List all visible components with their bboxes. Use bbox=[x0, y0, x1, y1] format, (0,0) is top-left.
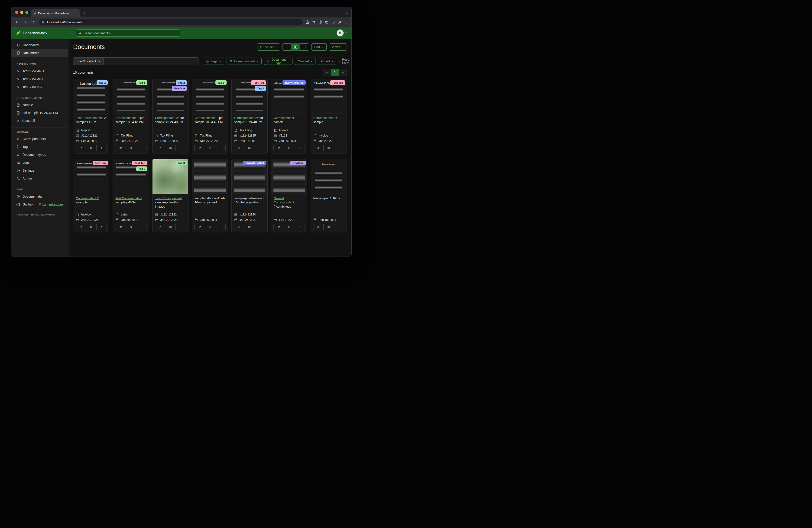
sidebar-item-test-view-any[interactable]: Test View ANY bbox=[11, 75, 68, 83]
suggest-an-idea-link[interactable]: Suggest an idea bbox=[39, 203, 63, 206]
forward-button[interactable] bbox=[21, 18, 29, 26]
tag-badge[interactable]: NewOne bbox=[290, 161, 305, 165]
added-filter-button[interactable]: Added bbox=[318, 58, 336, 65]
sidebar-item-tags[interactable]: Tags bbox=[11, 143, 68, 151]
document-type-row[interactable]: Invoice bbox=[76, 212, 106, 216]
document-thumbnail[interactable]: Adobe Acrobat PDF Files Test TagTag 2 bbox=[232, 79, 267, 114]
document-asn-row[interactable]: #112412325 bbox=[234, 133, 265, 138]
preview-button[interactable] bbox=[205, 145, 215, 151]
views-button[interactable]: Views bbox=[329, 43, 347, 51]
document-thumbnail[interactable]: A Simple PDF File Test Tag bbox=[311, 79, 347, 114]
document-type-row[interactable]: Letter bbox=[115, 212, 146, 216]
download-button[interactable] bbox=[97, 145, 107, 151]
share-icon[interactable] bbox=[305, 20, 309, 24]
previous-page-button[interactable]: « bbox=[323, 69, 331, 76]
document-thumbnail[interactable] bbox=[192, 159, 228, 194]
tag-badge[interactable]: Test Tag bbox=[93, 161, 108, 165]
document-thumbnail[interactable]: TagWithPartial bbox=[232, 159, 267, 194]
download-button[interactable] bbox=[294, 224, 305, 230]
preview-button[interactable] bbox=[323, 224, 334, 230]
sidebar-item-open-doc-sample[interactable]: sample bbox=[11, 101, 68, 109]
preview-button[interactable] bbox=[244, 145, 255, 151]
download-button[interactable] bbox=[136, 145, 146, 151]
download-button[interactable] bbox=[97, 224, 107, 230]
title-content-input[interactable] bbox=[103, 57, 199, 65]
edit-button[interactable] bbox=[76, 224, 86, 230]
select-button[interactable]: Select bbox=[257, 43, 280, 51]
preview-button[interactable] bbox=[205, 224, 215, 230]
tag-badge[interactable]: Test Tag bbox=[132, 161, 147, 165]
download-button[interactable] bbox=[176, 145, 186, 151]
extensions-icon[interactable] bbox=[325, 20, 329, 24]
document-thumbnail[interactable]: Lorem Ipsum Tag 2 bbox=[73, 79, 109, 114]
view-grid-button[interactable] bbox=[291, 43, 300, 51]
zoom-window-button[interactable] bbox=[25, 11, 28, 14]
tag-badge[interactable]: NewOne bbox=[172, 86, 187, 91]
sort-button[interactable]: Sort bbox=[311, 43, 327, 51]
document-type-row[interactable]: Report bbox=[76, 128, 106, 132]
correspondent-link[interactable]: Correspondent 2 bbox=[194, 116, 217, 119]
bookmark-star-icon[interactable] bbox=[312, 20, 316, 24]
sidebar-item-dashboard[interactable]: Dashboard bbox=[11, 41, 68, 49]
filter-field-dropdown[interactable]: Title & content bbox=[73, 57, 103, 65]
sidebar-item-documents[interactable]: Documents bbox=[11, 49, 68, 57]
correspondent-filter-button[interactable]: Correspondent bbox=[227, 58, 262, 65]
sidebar-item-close-all[interactable]: Close all bbox=[11, 117, 68, 125]
close-window-button[interactable] bbox=[15, 11, 18, 14]
correspondent-link[interactable]: Correspondent 2 bbox=[115, 116, 138, 119]
tag-badge[interactable]: Test Tag bbox=[330, 80, 345, 85]
preview-button[interactable] bbox=[284, 224, 294, 230]
preview-button[interactable] bbox=[86, 145, 96, 151]
sidebar-item-admin[interactable]: Admin bbox=[11, 174, 68, 182]
preview-button[interactable] bbox=[323, 145, 334, 151]
close-tab-icon[interactable] bbox=[75, 12, 77, 15]
tag-badge[interactable]: TagWithPartial bbox=[282, 80, 306, 85]
document-thumbnail[interactable]: A Simple PDF File Test TagTag 3 bbox=[113, 159, 148, 194]
next-page-button[interactable]: » bbox=[339, 69, 347, 76]
correspondent-link[interactable]: Test Correspondent bbox=[76, 116, 103, 119]
document-type-row[interactable]: Tax Filing bbox=[155, 133, 186, 138]
document-thumbnail[interactable]: Adobe Acrobat PDF Files Tag 2NewOne bbox=[153, 79, 188, 114]
browser-tab[interactable]: Documents - Paperless-ngx bbox=[31, 9, 80, 17]
edit-button[interactable] bbox=[155, 145, 165, 151]
edit-button[interactable] bbox=[115, 145, 126, 151]
view-details-button[interactable] bbox=[300, 43, 309, 51]
sidebar-item-logs[interactable]: Logs bbox=[11, 159, 68, 167]
sidebar-item-open-doc-pdf-sample[interactable]: pdf-sample 10.24.48 PM bbox=[11, 109, 68, 117]
download-button[interactable] bbox=[255, 224, 265, 230]
document-asn-row[interactable]: #1123 bbox=[274, 133, 304, 138]
download-button[interactable] bbox=[215, 145, 226, 151]
preview-button[interactable] bbox=[126, 145, 136, 151]
document-asn-row[interactable]: #112412321 bbox=[76, 133, 106, 138]
site-info-icon[interactable] bbox=[42, 20, 45, 24]
edit-button[interactable] bbox=[234, 224, 244, 230]
document-thumbnail[interactable]: Adobe Acrobat PDF Files Tag 3 bbox=[192, 79, 228, 114]
preview-button[interactable] bbox=[165, 224, 175, 230]
document-thumbnail[interactable]: A Simple PDF File Test Tag bbox=[73, 159, 109, 194]
document-type-row[interactable]: Invoice bbox=[274, 128, 304, 132]
minimize-window-button[interactable] bbox=[20, 11, 23, 14]
document-type-row[interactable]: Tax Filing bbox=[234, 128, 265, 132]
correspondent-link[interactable]: Correspondent 2 bbox=[155, 116, 178, 119]
download-button[interactable] bbox=[255, 145, 265, 151]
document-asn-row[interactable]: #112412324 bbox=[234, 212, 265, 216]
document-type-filter-button[interactable]: Document type bbox=[264, 58, 293, 65]
correspondent-link[interactable]: Test Correspondent bbox=[155, 197, 182, 200]
tags-filter-button[interactable]: Tags bbox=[203, 58, 224, 65]
document-thumbnail[interactable]: A Simple PDF File TagWithPartial bbox=[271, 79, 307, 114]
tag-badge[interactable]: Test Tag bbox=[251, 80, 266, 85]
document-type-row[interactable]: Invoice bbox=[314, 133, 344, 138]
download-button[interactable] bbox=[215, 224, 226, 230]
preview-button[interactable] bbox=[86, 224, 96, 230]
correspondent-link[interactable]: Correspondent 2 bbox=[314, 116, 336, 119]
tab-search-chevron-icon[interactable] bbox=[345, 12, 349, 16]
edit-button[interactable] bbox=[273, 145, 284, 151]
correspondent-link[interactable]: Correspondent 2 bbox=[76, 197, 99, 200]
browser-menu-icon[interactable] bbox=[345, 20, 348, 24]
page-1-button[interactable]: 1 bbox=[331, 69, 339, 76]
download-button[interactable] bbox=[294, 145, 305, 151]
reload-button[interactable] bbox=[29, 18, 37, 26]
correspondent-link[interactable]: Test Correspondent bbox=[115, 197, 142, 200]
sidebar-item-document-types[interactable]: Document types bbox=[11, 151, 68, 159]
correspondent-link[interactable]: Newest Correspondent bbox=[274, 197, 294, 204]
